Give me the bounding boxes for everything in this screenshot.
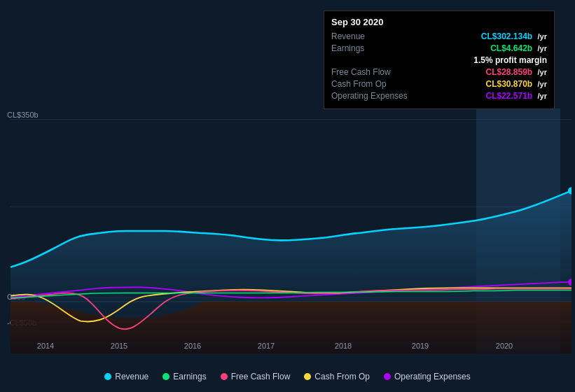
legend-label-revenue: Revenue xyxy=(115,372,148,382)
tooltip-row-fcf: Free Cash Flow CL$28.859b /yr xyxy=(331,67,547,77)
x-label-2018: 2018 xyxy=(335,342,352,350)
tooltip-row-revenue: Revenue CL$302.134b /yr xyxy=(331,31,547,41)
legend-item-fcf[interactable]: Free Cash Flow xyxy=(221,372,291,382)
x-label-2020: 2020 xyxy=(496,342,513,350)
tooltip-label-opex: Operating Expenses xyxy=(331,91,415,101)
chart-svg xyxy=(11,108,571,354)
tooltip-label-revenue: Revenue xyxy=(331,31,415,41)
tooltip-label-fcf: Free Cash Flow xyxy=(331,67,415,77)
tooltip-value-cashop: CL$30.870b /yr xyxy=(485,79,547,89)
tooltip-value-opex: CL$22.571b /yr xyxy=(485,91,547,101)
x-label-2014: 2014 xyxy=(37,342,54,350)
chart-area xyxy=(11,108,571,354)
legend-item-opex[interactable]: Operating Expenses xyxy=(384,372,471,382)
tooltip-label-earnings: Earnings xyxy=(331,43,415,53)
legend-dot-revenue xyxy=(104,373,111,380)
x-label-2019: 2019 xyxy=(412,342,429,350)
legend: Revenue Earnings Free Cash Flow Cash Fro… xyxy=(0,372,575,382)
legend-dot-cashop xyxy=(304,373,311,380)
legend-dot-fcf xyxy=(221,373,228,380)
chart-container: Sep 30 2020 Revenue CL$302.134b /yr Earn… xyxy=(0,0,575,392)
tooltip-date: Sep 30 2020 xyxy=(331,17,547,27)
legend-item-cashop[interactable]: Cash From Op xyxy=(304,372,370,382)
legend-label-opex: Operating Expenses xyxy=(394,372,471,382)
legend-dot-opex xyxy=(384,373,391,380)
tooltip-value-revenue: CL$302.134b /yr xyxy=(481,31,547,41)
legend-item-revenue[interactable]: Revenue xyxy=(104,372,148,382)
legend-label-fcf: Free Cash Flow xyxy=(231,372,291,382)
legend-dot-earnings xyxy=(162,373,169,380)
x-label-2016: 2016 xyxy=(184,342,201,350)
x-label-2017: 2017 xyxy=(258,342,275,350)
x-label-2015: 2015 xyxy=(111,342,127,350)
tooltip-row-earnings: Earnings CL$4.642b /yr xyxy=(331,43,547,53)
legend-label-earnings: Earnings xyxy=(173,372,206,382)
tooltip-value-earnings: CL$4.642b /yr xyxy=(490,43,547,53)
tooltip-value-margin: 1.5% profit margin xyxy=(473,55,547,65)
tooltip-value-fcf: CL$28.859b /yr xyxy=(485,67,547,77)
tooltip-row-margin: 1.5% profit margin xyxy=(331,55,547,65)
tooltip-row-cashop: Cash From Op CL$30.870b /yr xyxy=(331,79,547,89)
legend-item-earnings[interactable]: Earnings xyxy=(162,372,206,382)
tooltip-label-cashop: Cash From Op xyxy=(331,79,415,89)
tooltip-box: Sep 30 2020 Revenue CL$302.134b /yr Earn… xyxy=(324,10,555,109)
tooltip-row-opex: Operating Expenses CL$22.571b /yr xyxy=(331,91,547,101)
legend-label-cashop: Cash From Op xyxy=(314,372,370,382)
